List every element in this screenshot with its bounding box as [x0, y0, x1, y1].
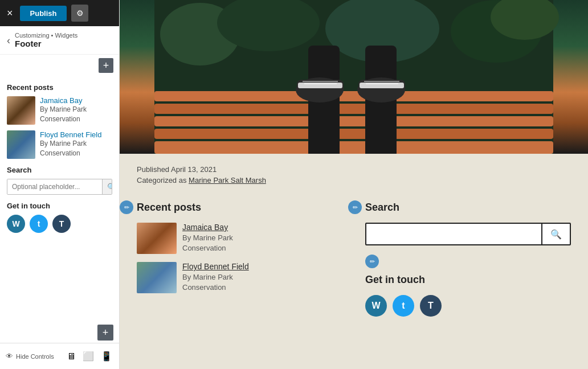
svg-rect-10 — [154, 141, 553, 154]
footer-get-in-touch-title: Get in touch — [365, 274, 571, 286]
post-author-jamaica: By Marine ParkConservation — [40, 105, 87, 124]
footer-search-col: ✏ Search 🔍 ✏ Get in touch W t T — [365, 202, 571, 317]
footer-thumb-jamaica — [137, 223, 177, 254]
svg-rect-8 — [154, 116, 553, 126]
list-item: Jamaica Bay By Marine ParkConservation — [7, 96, 112, 125]
social-icons: W t T — [7, 215, 112, 233]
search-submit-button[interactable]: 🔍 — [102, 179, 112, 194]
post-thumbnail-floyd — [7, 130, 35, 159]
add-widget-row: + — [0, 55, 119, 76]
footer-post-link-jamaica[interactable]: Jamaica Bay — [182, 223, 233, 232]
close-button[interactable]: × — [5, 6, 15, 20]
footer-post-link-floyd[interactable]: Floyd Bennet Field — [182, 262, 249, 271]
hide-controls-button[interactable]: 👁 Hide Controls — [6, 352, 54, 360]
category-links[interactable]: Marine Park Salt Marsh — [189, 176, 266, 184]
wordpress-icon[interactable]: W — [7, 215, 25, 233]
footer-thumb-floyd — [137, 262, 177, 293]
post-link-jamaica[interactable]: Jamaica Bay — [40, 96, 87, 105]
footer-wordpress-icon[interactable]: W — [365, 295, 387, 317]
search-input[interactable] — [7, 179, 102, 194]
footer-search-submit[interactable]: 🔍 — [541, 224, 570, 244]
footer-recent-posts-title: Recent posts — [137, 202, 342, 214]
footer-post-info: Floyd Bennet Field By Marine ParkConserv… — [182, 262, 249, 293]
edit-get-in-touch-button[interactable]: ✏ — [365, 255, 379, 268]
back-button[interactable]: ‹ — [7, 35, 10, 46]
list-item: Jamaica Bay By Marine ParkConservation — [137, 223, 342, 254]
twitter-icon[interactable]: t — [30, 215, 48, 233]
tablet-view-button[interactable]: ⬜ — [81, 350, 95, 363]
footer-post-author-floyd: By Marine ParkConservation — [182, 272, 249, 293]
post-meta: Published April 13, 2021 Categorized as … — [120, 154, 588, 190]
post-author-floyd: By Marine ParkConservation — [40, 139, 101, 158]
svg-rect-9 — [154, 129, 553, 139]
publish-button[interactable]: Publish — [20, 6, 67, 21]
tumblr-icon[interactable]: T — [52, 215, 71, 233]
footer-search-title: Search — [365, 202, 571, 214]
post-thumbnail-jamaica — [7, 96, 35, 125]
device-icons: 🖥 ⬜ 📱 — [66, 350, 113, 363]
post-info: Jamaica Bay By Marine ParkConservation — [40, 96, 87, 124]
footer-preview: ✏ Recent posts Jamaica Bay By Marine Par… — [120, 190, 588, 328]
search-input-wrap: 🔍 — [7, 179, 112, 195]
breadcrumb-row: ‹ Customizing • Widgets Footer — [0, 26, 119, 55]
add-widget-button[interactable]: + — [99, 58, 113, 73]
list-item: Floyd Bennet Field By Marine ParkConserv… — [137, 262, 342, 293]
breadcrumb-title: Footer — [15, 39, 77, 48]
preview-hero-image — [120, 0, 588, 154]
list-item: Floyd Bennet Field By Marine ParkConserv… — [7, 130, 112, 159]
hide-controls-label: Hide Controls — [16, 353, 54, 360]
post-link-floyd[interactable]: Floyd Bennet Field — [40, 130, 101, 139]
footer-tumblr-icon[interactable]: T — [420, 295, 442, 317]
eye-icon: 👁 — [6, 352, 13, 360]
footer-post-author-jamaica: By Marine ParkConservation — [182, 233, 233, 253]
right-panel: Published April 13, 2021 Categorized as … — [120, 0, 588, 369]
search-label: Search — [7, 166, 112, 174]
recent-posts-label: Recent posts — [7, 83, 112, 92]
top-bar: × Publish ⚙ — [0, 0, 119, 26]
get-in-touch-label: Get in touch — [7, 202, 112, 210]
desktop-view-button[interactable]: 🖥 — [66, 350, 77, 363]
breadcrumb-path: Customizing • Widgets — [15, 32, 77, 39]
publish-date: Published April 13, 2021 — [137, 165, 571, 174]
edit-recent-posts-button[interactable]: ✏ — [120, 200, 133, 214]
categorized-label: Categorized as — [137, 176, 186, 184]
bottom-bar: 👁 Hide Controls 🖥 ⬜ 📱 — [0, 343, 119, 369]
gear-button[interactable]: ⚙ — [71, 5, 88, 22]
svg-rect-6 — [154, 91, 553, 101]
hero-svg — [120, 0, 588, 154]
footer-recent-posts-col: ✏ Recent posts Jamaica Bay By Marine Par… — [137, 202, 342, 317]
svg-rect-7 — [154, 104, 553, 114]
left-panel: × Publish ⚙ ‹ Customizing • Widgets Foot… — [0, 0, 120, 369]
panel-add-bottom-button[interactable]: + — [97, 325, 113, 341]
breadcrumb-info: Customizing • Widgets Footer — [15, 32, 77, 48]
footer-twitter-icon[interactable]: t — [393, 295, 414, 317]
edit-search-button[interactable]: ✏ — [348, 200, 362, 214]
post-info: Floyd Bennet Field By Marine ParkConserv… — [40, 130, 101, 158]
mobile-view-button[interactable]: 📱 — [100, 350, 113, 363]
footer-social-icons: W t T — [365, 295, 571, 317]
post-category: Categorized as Marine Park Salt Marsh — [137, 176, 571, 184]
footer-search-input[interactable] — [366, 224, 541, 244]
footer-post-info: Jamaica Bay By Marine ParkConservation — [182, 223, 233, 253]
footer-search-wrap: 🔍 — [365, 223, 571, 245]
